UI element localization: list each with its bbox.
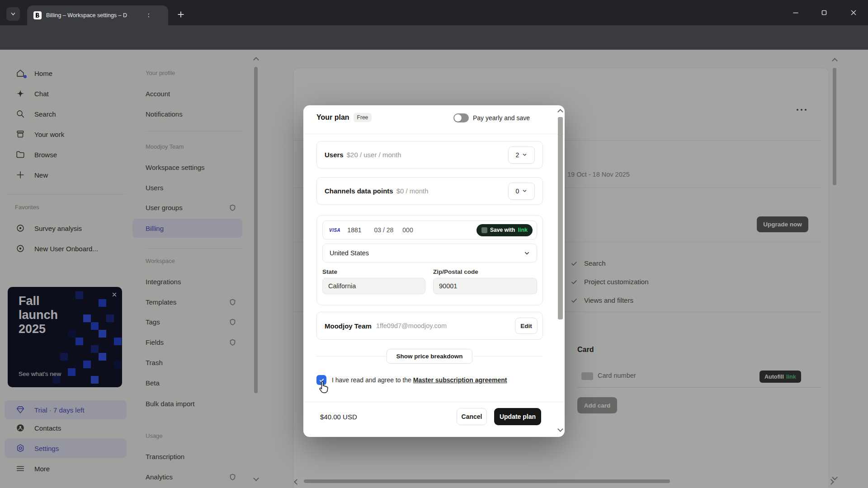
agreement-text: I have read and agree to the Master subs… — [332, 376, 507, 384]
channels-quantity-select[interactable]: 0 — [508, 183, 535, 200]
toggle-knob — [454, 114, 462, 122]
browser-toolbar: moodjoy-team-2h2v.dovetail.com/settings/… — [0, 25, 868, 50]
screen: Billing – Workspace settings – D — [0, 0, 868, 488]
your-plan-modal: Your plan Free Pay yearly and save Users… — [303, 105, 565, 437]
window-maximize-button[interactable] — [821, 9, 828, 16]
visa-logo: VISA — [329, 228, 340, 233]
card-expiry: 03 / 28 — [374, 226, 394, 234]
edit-billing-button[interactable]: Edit — [515, 318, 538, 334]
browser-tab[interactable]: Billing – Workspace settings – D — [27, 5, 168, 25]
saved-card-row[interactable]: VISA 1881 03 / 28 000 Save with link — [322, 221, 537, 239]
mouse-cursor — [318, 380, 330, 394]
modal-scroll-down-arrow[interactable] — [557, 426, 563, 432]
card-last4: 1881 — [347, 226, 361, 234]
tab-title: Billing – Workspace settings – D — [46, 12, 144, 19]
window-minimize-button[interactable] — [792, 9, 799, 16]
agreement-link[interactable]: Master subscription agreement — [413, 376, 507, 384]
zip-label: Zip/Postal code — [433, 268, 537, 275]
state-label: State — [322, 268, 425, 275]
billing-email: 1ffe09d7@moodjoy.com — [376, 322, 447, 329]
pay-yearly-toggle[interactable] — [453, 113, 469, 122]
chevron-down-icon — [10, 11, 16, 17]
browser-titlebar: Billing – Workspace settings – D — [0, 0, 868, 25]
chevron-down-icon — [524, 250, 530, 256]
state-input[interactable] — [322, 278, 425, 294]
pay-yearly-label: Pay yearly and save — [473, 114, 530, 122]
chevron-down-icon — [522, 152, 527, 157]
save-with-link-button[interactable]: Save with link — [476, 224, 533, 236]
payment-details-group: VISA 1881 03 / 28 000 Save with link Uni… — [316, 215, 543, 305]
cancel-button[interactable]: Cancel — [457, 408, 487, 425]
tab-search-button[interactable] — [6, 7, 20, 21]
modal-scrollbar[interactable] — [558, 117, 563, 319]
billing-account-row: Moodjoy Team 1ffe09d7@moodjoy.com Edit — [316, 312, 543, 340]
update-plan-button[interactable]: Update plan — [494, 408, 541, 425]
country-select[interactable]: United States — [322, 244, 537, 263]
card-cvc: 000 — [402, 226, 413, 234]
users-plan-row: Users $20 / user / month 2 — [316, 141, 543, 169]
modal-title: Your plan — [316, 113, 349, 122]
zip-input[interactable] — [433, 278, 537, 294]
plan-badge: Free — [354, 113, 372, 122]
chevron-down-icon — [522, 188, 527, 193]
link-checkbox-icon — [481, 227, 487, 233]
new-tab-button[interactable] — [177, 11, 184, 18]
plus-icon — [177, 11, 184, 18]
total-price: $40.00 USD — [320, 413, 357, 421]
modal-scroll-up-arrow[interactable] — [557, 109, 563, 115]
show-price-breakdown-button[interactable]: Show price breakdown — [387, 349, 472, 364]
users-quantity-select[interactable]: 2 — [508, 146, 535, 164]
channels-plan-row: Channels data points $0 / month 0 — [316, 177, 543, 205]
window-close-button[interactable] — [850, 9, 857, 16]
dovetail-favicon — [33, 11, 42, 19]
